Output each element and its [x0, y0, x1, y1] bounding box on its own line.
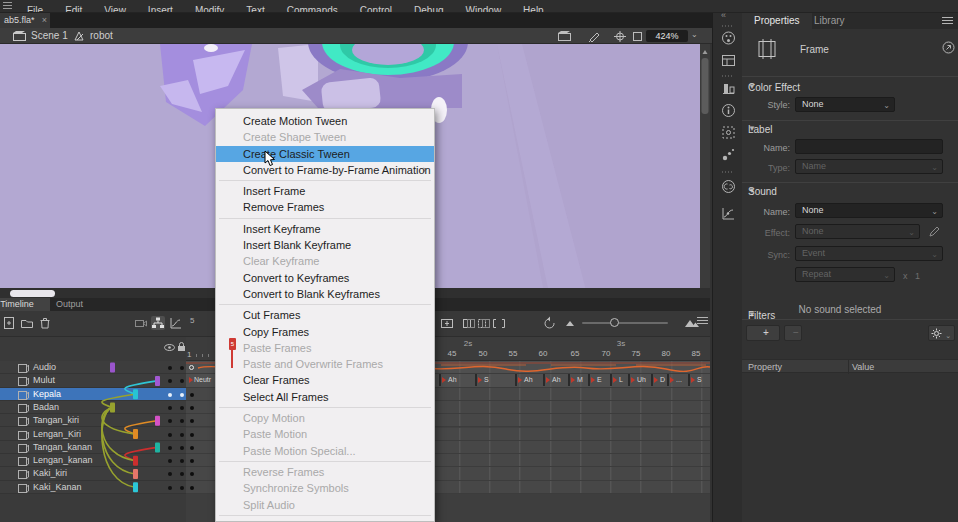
- info-panel-icon[interactable]: [721, 103, 736, 118]
- menu-control[interactable]: Control: [349, 5, 403, 13]
- new-layer-icon[interactable]: [2, 316, 16, 330]
- menu-item-insert-blank-keyframe[interactable]: Insert Blank Keyframe: [216, 237, 434, 253]
- submenu-arrow-icon: ›: [423, 162, 426, 178]
- remove-filter-button[interactable]: −: [784, 325, 802, 341]
- delete-layer-icon[interactable]: [38, 316, 52, 330]
- ruler-label-55: 55: [509, 349, 518, 358]
- cc-libraries-panel-icon[interactable]: [721, 179, 736, 194]
- menu-item-paste-frames: Paste Frames: [216, 340, 434, 356]
- parenting-bar-badan[interactable]: [110, 403, 115, 413]
- sound-sync-dropdown: Event⌄: [795, 246, 943, 261]
- keyframe-dot: [190, 486, 194, 490]
- zoom-level-field[interactable]: 424%: [646, 30, 688, 42]
- ruler-seconds-3s: 3s: [617, 339, 625, 348]
- camera-icon[interactable]: [134, 316, 148, 330]
- tab-timeline[interactable]: Timeline: [0, 298, 50, 311]
- new-folder-icon[interactable]: [20, 316, 34, 330]
- menu-item-paste-and-overwrite-frames: Paste and Overwrite Frames: [216, 356, 434, 372]
- loop-icon[interactable]: [543, 316, 557, 330]
- filter-options-gear-button[interactable]: ⌄: [928, 325, 955, 341]
- menu-item-create-classic-tween[interactable]: Create Classic Tween: [216, 146, 434, 162]
- keyframe-span-tick: [667, 374, 669, 386]
- layer-parenting-icon[interactable]: [151, 316, 165, 330]
- label-name-input[interactable]: [795, 139, 943, 154]
- frame-size-slider-knob[interactable]: [610, 318, 619, 327]
- add-filter-button[interactable]: + ⌄: [746, 325, 780, 341]
- show-keyframes-graph-icon[interactable]: [169, 316, 183, 330]
- frame-label-flag-icon: [591, 377, 595, 383]
- menu-item-create-motion-tween[interactable]: Create Motion Tween: [216, 113, 434, 129]
- breadcrumb-scene[interactable]: Scene 1: [31, 30, 68, 41]
- menu-modify[interactable]: Modify: [184, 5, 235, 13]
- parenting-bar-tangan_kiri[interactable]: [155, 416, 160, 426]
- menu-window[interactable]: Window: [455, 5, 513, 13]
- onion-skin-icon[interactable]: [462, 316, 476, 330]
- parent-wire: [125, 381, 157, 394]
- edit-multiple-frames-icon[interactable]: [492, 316, 506, 330]
- menu-insert[interactable]: Insert: [137, 5, 184, 13]
- tab-properties[interactable]: Properties: [742, 13, 812, 29]
- sound-repeat-dropdown: Repeat⌄: [795, 267, 895, 282]
- color-panel-icon[interactable]: [721, 30, 736, 45]
- menu-file[interactable]: File: [16, 5, 54, 13]
- frame-label-flag-icon: [442, 377, 446, 383]
- frame-label-flag-icon: [654, 377, 658, 383]
- parenting-bar-tangan_kanan[interactable]: [155, 442, 160, 452]
- ruler-label-60: 60: [539, 349, 548, 358]
- center-playhead-icon[interactable]: [440, 316, 454, 330]
- menu-debug[interactable]: Debug: [403, 5, 454, 13]
- motion-editor-panel-icon[interactable]: [721, 206, 736, 221]
- menu-item-copy-frames[interactable]: Copy Frames: [216, 324, 434, 340]
- align-panel-icon[interactable]: [721, 81, 736, 96]
- brush-library-panel-icon[interactable]: [721, 147, 736, 162]
- menu-edit[interactable]: Edit: [54, 5, 93, 13]
- menu-text[interactable]: Text: [235, 5, 275, 13]
- menu-help[interactable]: Help: [512, 5, 555, 13]
- style-dropdown[interactable]: None⌄: [795, 97, 895, 112]
- collapse-panels-icon[interactable]: «: [721, 10, 726, 20]
- app-menu-icon[interactable]: [3, 2, 12, 10]
- menu-commands[interactable]: Commands: [276, 5, 349, 13]
- transform-panel-icon[interactable]: [721, 125, 736, 140]
- playhead-head[interactable]: 5: [229, 338, 236, 350]
- keyframe-span-tick: [439, 374, 441, 386]
- properties-menu-icon[interactable]: [942, 17, 953, 25]
- menu-item-cut-frames[interactable]: Cut Frames: [216, 307, 434, 323]
- breadcrumb-symbol[interactable]: robot: [90, 30, 113, 41]
- parenting-bar-kaki_kanan[interactable]: [133, 482, 138, 492]
- parenting-bar-lengan_kiri[interactable]: [133, 429, 138, 439]
- zoom-chevron-icon[interactable]: ⌄: [691, 30, 698, 39]
- tab-output[interactable]: Output: [56, 298, 83, 311]
- ruler-frame5-label: 5: [190, 316, 194, 325]
- menu-item-convert-to-frame-by-frame-animation[interactable]: Convert to Frame-by-Frame Animation›: [216, 162, 434, 178]
- menu-item-insert-frame[interactable]: Insert Frame: [216, 183, 434, 199]
- sound-name-dropdown[interactable]: None⌄: [795, 203, 943, 218]
- zoom-in-frames-icon[interactable]: [684, 316, 698, 330]
- frame-context-menu: Create Motion TweenCreate Shape TweenCre…: [215, 108, 435, 522]
- menu-item-actions[interactable]: Actions: [216, 518, 434, 522]
- close-tab-icon[interactable]: ×: [42, 13, 47, 28]
- document-tab[interactable]: ab5.fla* ×: [0, 13, 50, 28]
- repeat-count-field: 1: [915, 271, 920, 281]
- parenting-bar-lengan_kanan[interactable]: [133, 456, 138, 466]
- zoom-out-frames-icon[interactable]: [563, 316, 577, 330]
- menu-item-clear-frames[interactable]: Clear Frames: [216, 372, 434, 388]
- frame-size-slider-track[interactable]: [582, 322, 668, 324]
- document-title: ab5.fla*: [4, 13, 35, 28]
- menu-view[interactable]: View: [93, 5, 137, 13]
- menu-item-remove-frames[interactable]: Remove Frames: [216, 199, 434, 215]
- timeline-menu-icon[interactable]: [697, 317, 708, 325]
- parenting-bar-kepala[interactable]: [133, 389, 138, 399]
- label-name-label: Name:: [742, 143, 790, 153]
- menu-item-select-all-frames[interactable]: Select All Frames: [216, 389, 434, 405]
- parenting-bar-audio[interactable]: [110, 363, 115, 373]
- tab-library[interactable]: Library: [804, 13, 855, 29]
- parenting-bar-kaki_kiri[interactable]: [133, 469, 138, 479]
- sound-effect-dropdown: None⌄: [795, 224, 920, 239]
- menu-item-insert-keyframe[interactable]: Insert Keyframe: [216, 221, 434, 237]
- onion-skin-outlines-icon[interactable]: [477, 316, 491, 330]
- parenting-bar-mulut[interactable]: [155, 376, 160, 386]
- swatches-panel-icon[interactable]: [721, 53, 736, 68]
- menu-item-convert-to-keyframes[interactable]: Convert to Keyframes: [216, 270, 434, 286]
- menu-item-convert-to-blank-keyframes[interactable]: Convert to Blank Keyframes: [216, 286, 434, 302]
